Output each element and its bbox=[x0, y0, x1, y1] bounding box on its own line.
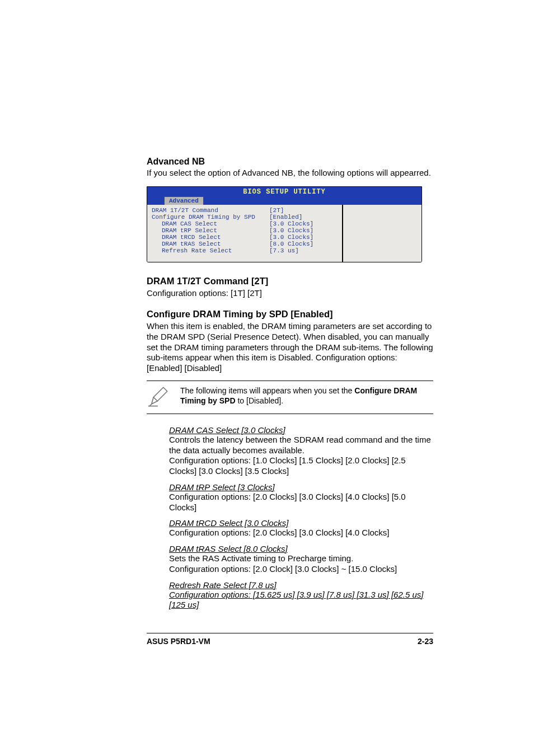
bios-row[interactable]: DRAM tRCD Select[3.0 Clocks] bbox=[152, 234, 339, 241]
bios-value: [8.0 Clocks] bbox=[269, 241, 339, 247]
bios-key: DRAM tRP Select bbox=[152, 227, 269, 234]
bios-key: DRAM tRAS Select bbox=[152, 241, 269, 247]
note-box: The following items will appears when yo… bbox=[147, 381, 433, 414]
bios-value: [Enabled] bbox=[269, 214, 339, 220]
note-mid: to [Disabled]. bbox=[236, 396, 284, 405]
bios-row[interactable]: Configure DRAM Timing by SPD[Enabled] bbox=[152, 214, 339, 220]
bios-body: DRAM 1T/2T Command[2T] Configure DRAM Ti… bbox=[147, 205, 421, 262]
footer-model: ASUS P5RD1-VM bbox=[147, 637, 418, 646]
bios-key: DRAM 1T/2T Command bbox=[152, 207, 269, 214]
bios-value: [2T] bbox=[269, 207, 339, 214]
sub-body: Configuration options: [2.0 Clock] [3.0 … bbox=[169, 564, 433, 575]
bios-value: [3.0 Clocks] bbox=[269, 227, 339, 234]
bios-settings-list: DRAM 1T/2T Command[2T] Configure DRAM Ti… bbox=[147, 205, 343, 262]
bios-row[interactable]: DRAM 1T/2T Command[2T] bbox=[152, 207, 339, 214]
sub-body: Configuration options: [2.0 Clocks] [3.0… bbox=[169, 492, 433, 513]
bios-title: BIOS SETUP UTILITY bbox=[147, 187, 421, 196]
note-text: The following items will appears when yo… bbox=[180, 384, 433, 406]
item-body: When this item is enabled, the DRAM timi… bbox=[147, 321, 433, 374]
bios-row[interactable]: Refresh Rate Select[7.3 us] bbox=[152, 247, 339, 254]
bios-tab-bar: Advanced bbox=[147, 196, 421, 205]
sub-body: Sets the RAS Activate timing to Precharg… bbox=[169, 553, 433, 564]
bios-value: [3.0 Clocks] bbox=[269, 220, 339, 227]
pencil-icon bbox=[147, 384, 170, 410]
bios-tab-advanced[interactable]: Advanced bbox=[164, 196, 204, 205]
footer-page-number: 2-23 bbox=[418, 637, 433, 646]
intro-text: If you select the option of Advanced NB,… bbox=[147, 168, 433, 179]
bios-row[interactable]: DRAM tRAS Select[8.0 Clocks] bbox=[152, 241, 339, 247]
sub-body: Configuration options: [2.0 Clocks] [3.0… bbox=[169, 528, 433, 538]
bios-help-panel bbox=[343, 205, 421, 262]
sub-body-underlined: Configuration options: [15.625 us] [3.9 … bbox=[169, 590, 433, 611]
item-heading: Configure DRAM Timing by SPD [Enabled] bbox=[147, 309, 433, 320]
bios-key: Configure DRAM Timing by SPD bbox=[152, 214, 269, 220]
sub-body: Configuration options: [1.0 Clocks] [1.5… bbox=[169, 456, 433, 477]
page-footer: ASUS P5RD1-VM 2-23 bbox=[147, 633, 433, 646]
bios-key: DRAM CAS Select bbox=[152, 220, 269, 227]
sub-heading: DRAM CAS Select [3.0 Clocks] bbox=[169, 425, 433, 435]
bios-value: [3.0 Clocks] bbox=[269, 234, 339, 241]
section-heading: Advanced NB bbox=[147, 157, 433, 167]
item-heading: DRAM 1T/2T Command [2T] bbox=[147, 276, 433, 287]
note-pre: The following items will appears when yo… bbox=[180, 386, 354, 395]
sub-heading: DRAM tRAS Select [8.0 Clocks] bbox=[169, 544, 433, 553]
sub-body: Controls the latency between the SDRAM r… bbox=[169, 435, 433, 456]
bios-panel: BIOS SETUP UTILITY Advanced DRAM 1T/2T C… bbox=[147, 186, 422, 263]
bios-row[interactable]: DRAM tRP Select[3.0 Clocks] bbox=[152, 227, 339, 234]
sub-heading: DRAM tRP Select [3 Clocks] bbox=[169, 482, 433, 492]
item-body: Configuration options: [1T] [2T] bbox=[147, 288, 433, 299]
sub-items: DRAM CAS Select [3.0 Clocks] Controls th… bbox=[169, 425, 433, 611]
sub-heading: DRAM tRCD Select [3.0 Clocks] bbox=[169, 518, 433, 528]
bios-key: Refresh Rate Select bbox=[152, 247, 269, 254]
bios-row[interactable]: DRAM CAS Select[3.0 Clocks] bbox=[152, 220, 339, 227]
bios-value: [7.3 us] bbox=[269, 247, 339, 254]
sub-heading: Redresh Rate Select [7.8 us] bbox=[169, 580, 433, 590]
bios-key: DRAM tRCD Select bbox=[152, 234, 269, 241]
